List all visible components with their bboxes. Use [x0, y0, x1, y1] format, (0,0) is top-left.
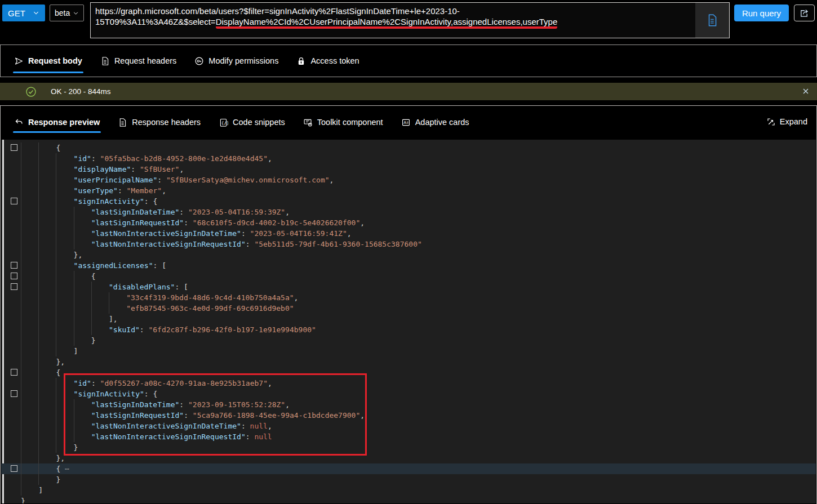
undo-icon — [14, 118, 24, 127]
tab-request-body[interactable]: Request body — [13, 45, 83, 77]
code-line: }, — [1, 356, 816, 367]
code-gutter — [1, 346, 21, 356]
api-version-value: beta — [55, 8, 70, 17]
fold-toggle-icon[interactable] — [11, 144, 17, 151]
code-line: "lastNonInteractiveSignInRequestId": nul… — [1, 431, 816, 442]
code-line: "userType": "Member", — [1, 185, 816, 196]
run-query-button[interactable]: Run query — [734, 5, 789, 21]
code-gutter — [1, 271, 21, 282]
code-line: } — [1, 474, 816, 485]
code-line: "skuId": "6fd2c87f-b296-42f0-b197-1e91e9… — [1, 324, 816, 335]
code-line: { — [1, 271, 816, 282]
code-gutter — [1, 356, 21, 367]
expand-button[interactable]: Expand — [766, 106, 807, 137]
fold-toggle-icon[interactable] — [11, 283, 17, 290]
response-status-bar: OK - 200 - 844ms — [0, 83, 817, 100]
tab-request-headers[interactable]: Request headers — [99, 45, 177, 77]
query-url-line1: https://graph.microsoft.com/beta/users?$… — [95, 6, 692, 16]
close-icon[interactable] — [801, 87, 810, 96]
code-line: "signInActivity": { — [1, 389, 816, 399]
api-version-dropdown[interactable]: beta — [50, 5, 84, 21]
request-tabs-panel: Request body Request headers Modify perm… — [0, 44, 817, 77]
code-line: { — [1, 142, 816, 153]
code-gutter — [1, 153, 21, 164]
expand-icon — [766, 117, 776, 127]
query-url-input[interactable]: https://graph.microsoft.com/beta/users?$… — [90, 2, 730, 38]
code-gutter — [1, 303, 21, 314]
graph-explorer-app: GET beta https://graph.microsoft.com/bet… — [0, 0, 817, 504]
code-line: "lastNonInteractiveSignInRequestId": "5e… — [1, 239, 816, 249]
code-gutter — [1, 314, 21, 324]
response-panel: Response preview Response headers {/} Co… — [0, 105, 817, 504]
code-line: "lastSignInDateTime": "2023-05-04T16:59:… — [1, 207, 816, 217]
code-gutter — [1, 239, 21, 249]
code-line: "33c4f319-9bdd-48d6-9c4d-410b750a4a5a", — [1, 292, 816, 303]
check-circle-icon — [25, 86, 37, 97]
code-line: } — [1, 335, 816, 346]
fold-toggle-icon[interactable] — [11, 273, 17, 279]
tab-adaptive-cards[interactable]: A Adaptive cards — [400, 106, 470, 139]
code-line: "id": "d0f55267-a08c-4270-91aa-8e925b31a… — [1, 378, 816, 389]
svg-text:A: A — [403, 120, 406, 125]
code-gutter — [1, 335, 21, 346]
document-icon — [100, 56, 110, 66]
code-line: "id": "05fa5bac-b2d8-4952-800e-1e2d480e4… — [1, 153, 816, 164]
code-gutter — [1, 164, 21, 175]
svg-text:{/}: {/} — [221, 120, 228, 125]
share-query-button[interactable] — [794, 5, 815, 21]
code-gutter — [1, 496, 21, 503]
code-line: "lastSignInRequestId": "68c610f5-d9cd-40… — [1, 217, 816, 228]
code-line: }, — [1, 249, 816, 260]
code-line: } — [1, 496, 816, 503]
code-gutter — [1, 207, 21, 217]
code-line: "assignedLicenses": [ — [1, 260, 816, 271]
tab-modify-permissions[interactable]: Modify permissions — [193, 45, 279, 77]
fold-toggle-icon[interactable] — [11, 465, 17, 472]
tab-access-token[interactable]: Access token — [295, 45, 360, 77]
code-editor-lines: {"id": "05fa5bac-b2d8-4952-800e-1e2d480e… — [1, 142, 816, 503]
code-line: "lastNonInteractiveSignInDateTime": "202… — [1, 228, 816, 239]
code-gutter — [1, 442, 21, 453]
code-gutter — [1, 399, 21, 410]
http-method-value: GET — [8, 8, 25, 18]
toolkit-icon — [303, 118, 313, 127]
http-method-dropdown[interactable]: GET — [2, 5, 45, 21]
code-line: } — [1, 442, 816, 453]
code-line: "signInActivity": { — [1, 196, 816, 207]
code-gutter — [1, 431, 21, 442]
tab-response-preview[interactable]: Response preview — [13, 106, 101, 139]
code-line: "efb87545-963c-4e0d-99df-69c6916d9eb0" — [1, 303, 816, 314]
fold-toggle-icon[interactable] — [11, 198, 17, 204]
chevron-down-icon — [33, 10, 39, 16]
fold-toggle-icon[interactable] — [11, 369, 17, 376]
send-icon — [14, 56, 24, 66]
tab-toolkit-component[interactable]: Toolkit component — [302, 106, 384, 139]
code-gutter — [1, 282, 21, 292]
code-line: { ⋯ — [1, 463, 816, 474]
tab-code-snippets[interactable]: {/} Code snippets — [217, 106, 286, 139]
code-line: "lastSignInDateTime": "2023-09-15T05:52:… — [1, 399, 816, 410]
code-line: ], — [1, 314, 816, 324]
status-message: OK - 200 - 844ms — [51, 87, 111, 96]
document-icon — [706, 14, 718, 27]
code-gutter — [1, 142, 21, 153]
tab-response-headers[interactable]: Response headers — [117, 106, 202, 139]
code-line: "lastNonInteractiveSignInDateTime": null… — [1, 421, 816, 431]
code-line: { — [1, 367, 816, 378]
code-gutter — [1, 389, 21, 399]
code-gutter — [1, 410, 21, 421]
code-gutter — [1, 453, 21, 463]
sample-queries-button[interactable] — [695, 3, 729, 38]
share-icon — [799, 8, 810, 19]
permissions-icon — [194, 56, 204, 66]
lock-icon — [296, 56, 306, 66]
code-snippets-icon: {/} — [219, 118, 228, 127]
code-gutter — [1, 185, 21, 196]
response-preview-editor[interactable]: {"id": "05fa5bac-b2d8-4952-800e-1e2d480e… — [1, 140, 816, 503]
code-gutter — [1, 421, 21, 431]
code-gutter — [1, 474, 21, 485]
fold-toggle-icon[interactable] — [11, 262, 17, 269]
fold-toggle-icon[interactable] — [11, 390, 17, 397]
code-gutter — [1, 463, 21, 474]
code-gutter — [1, 260, 21, 271]
